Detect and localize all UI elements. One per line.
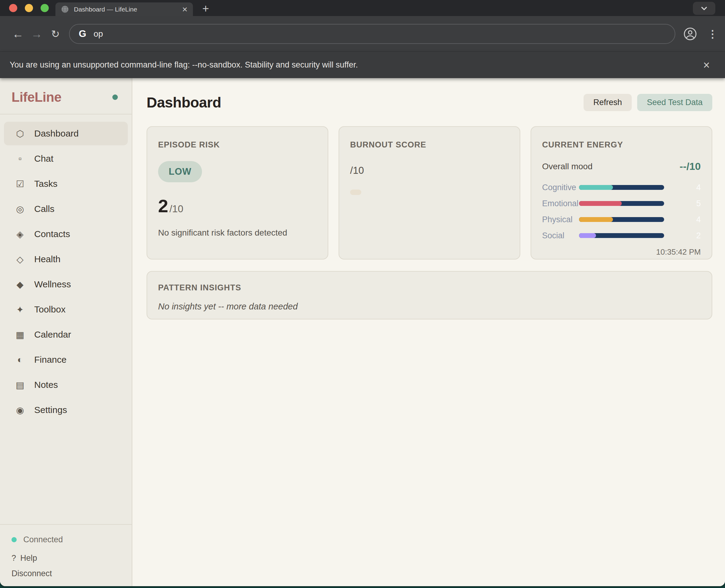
globe-icon — [61, 5, 69, 13]
status-dot-icon — [112, 94, 118, 100]
seed-test-data-button[interactable]: Seed Test Data — [637, 94, 712, 111]
burnout-score-card: BURNOUT SCORE /10 — [338, 126, 520, 259]
main-panel: Dashboard Refresh Seed Test Data EPISODE… — [132, 78, 725, 586]
diamond-dot-icon: ◈ — [13, 229, 27, 239]
energy-metric-physical: Physical 4 — [542, 215, 701, 224]
app-content: LifeLine ⬡ Dashboard ▫ Chat ☑ Tasks ◎ — [0, 78, 725, 586]
episode-risk-title: EPISODE RISK — [158, 140, 317, 150]
checkbox-icon: ☑ — [13, 178, 27, 189]
browser-toolbar: ← → ↻ G op ⋮ — [0, 16, 725, 51]
risk-score-value: 2 — [158, 195, 168, 216]
app-logo: LifeLine — [12, 90, 61, 105]
back-button[interactable]: ← — [8, 28, 27, 40]
cognitive-bar-track — [579, 185, 664, 190]
banner-close-icon[interactable]: × — [703, 59, 710, 71]
energy-metric-cognitive: Cognitive 4 — [542, 183, 701, 192]
profile-icon[interactable] — [683, 27, 697, 41]
risk-note: No significant risk factors detected — [158, 228, 317, 238]
window-zoom-button[interactable] — [41, 4, 49, 12]
burnout-denominator: /10 — [350, 165, 509, 176]
browser-window: Dashboard — LifeLine × + ← → ↻ G op ⋮ Y — [0, 0, 725, 586]
energy-metric-emotional: Emotional 5 — [542, 199, 701, 208]
page-header: Dashboard Refresh Seed Test Data — [147, 94, 712, 111]
burnout-empty-bar — [350, 190, 361, 195]
address-bar-text: op — [94, 29, 103, 39]
connection-status-label: Connected — [23, 535, 63, 544]
diamond-outline-icon: ◇ — [13, 254, 27, 265]
risk-score: 2 /10 — [158, 195, 317, 216]
tab-search-button[interactable] — [693, 2, 715, 15]
window-close-button[interactable] — [9, 4, 17, 12]
traffic-lights — [9, 4, 49, 12]
sidebar-item-health[interactable]: ◇ Health — [4, 247, 128, 271]
sidebar-item-calendar[interactable]: ▦ Calendar — [4, 323, 128, 346]
sidebar-nav: ⬡ Dashboard ▫ Chat ☑ Tasks ◎ Calls ◈ C — [0, 114, 132, 423]
square-icon: ▫ — [13, 153, 27, 164]
tab-close-icon[interactable]: × — [182, 5, 187, 14]
energy-metric-social: Social 2 — [542, 231, 701, 240]
question-mark-icon: ? — [12, 553, 16, 563]
reload-button[interactable]: ↻ — [46, 29, 65, 39]
risk-score-denominator: /10 — [169, 203, 183, 215]
sidebar-item-contacts[interactable]: ◈ Contacts — [4, 222, 128, 246]
diamond-filled-icon: ◆ — [13, 279, 27, 290]
risk-level-badge: LOW — [158, 161, 202, 182]
sidebar-header: LifeLine — [0, 78, 132, 114]
current-energy-title: CURRENT ENERGY — [542, 140, 701, 150]
energy-timestamp: 10:35:42 PM — [542, 247, 701, 257]
tab-strip: Dashboard — LifeLine × + — [0, 0, 725, 16]
disconnect-link[interactable]: Disconnect — [12, 569, 120, 578]
sidebar-footer: Connected ?Help Disconnect — [0, 524, 132, 586]
pattern-insights-empty-message: No insights yet -- more data needed — [158, 301, 701, 312]
lines-icon: ▤ — [13, 380, 27, 390]
page-title: Dashboard — [147, 94, 221, 111]
chevron-down-icon — [700, 4, 709, 13]
sidebar-item-toolbox[interactable]: ✦ Toolbox — [4, 298, 128, 321]
connected-dot-icon — [12, 537, 17, 542]
episode-risk-card: EPISODE RISK LOW 2 /10 No significant ri… — [147, 126, 328, 259]
search-engine-icon: G — [79, 28, 86, 39]
overall-mood-label: Overall mood — [542, 162, 593, 171]
header-buttons: Refresh Seed Test Data — [584, 94, 712, 111]
browser-tab[interactable]: Dashboard — LifeLine × — [56, 2, 193, 16]
forward-button[interactable]: → — [27, 28, 46, 40]
sidebar-item-calls[interactable]: ◎ Calls — [4, 197, 128, 221]
pattern-insights-card: PATTERN INSIGHTS No insights yet -- more… — [147, 271, 712, 319]
warning-banner: You are using an unsupported command-lin… — [0, 51, 725, 78]
pattern-insights-title: PATTERN INSIGHTS — [158, 283, 701, 293]
bullseye-icon: ◎ — [13, 204, 27, 214]
hexagon-icon: ⬡ — [13, 128, 27, 139]
sidebar-item-settings[interactable]: ◉ Settings — [4, 398, 128, 422]
physical-bar-fill — [579, 217, 613, 222]
warning-banner-text: You are using an unsupported command-lin… — [10, 60, 703, 70]
sidebar-item-notes[interactable]: ▤ Notes — [4, 373, 128, 397]
emotional-bar-track — [579, 201, 664, 206]
stats-cards-row: EPISODE RISK LOW 2 /10 No significant ri… — [147, 126, 712, 259]
current-energy-card: CURRENT ENERGY Overall mood --/10 Cognit… — [531, 126, 712, 259]
new-tab-button[interactable]: + — [199, 2, 213, 15]
physical-bar-track — [579, 217, 664, 222]
social-bar-fill — [579, 233, 596, 238]
tab-title: Dashboard — LifeLine — [74, 6, 179, 13]
burnout-score-title: BURNOUT SCORE — [350, 140, 509, 150]
overall-mood-value: --/10 — [680, 161, 701, 172]
social-bar-track — [579, 233, 664, 238]
overall-mood-row: Overall mood --/10 — [542, 161, 701, 172]
help-link[interactable]: ?Help — [12, 553, 120, 563]
connection-status: Connected — [12, 535, 120, 544]
sidebar-item-dashboard[interactable]: ⬡ Dashboard — [4, 122, 128, 145]
sidebar-item-wellness[interactable]: ◆ Wellness — [4, 273, 128, 296]
sidebar: LifeLine ⬡ Dashboard ▫ Chat ☑ Tasks ◎ — [0, 78, 132, 586]
address-bar[interactable]: G op — [69, 24, 675, 44]
window-minimize-button[interactable] — [25, 4, 33, 12]
browser-menu-icon[interactable]: ⋮ — [707, 28, 717, 40]
refresh-button[interactable]: Refresh — [584, 94, 632, 111]
sparkle-icon: ✦ — [13, 304, 27, 315]
cognitive-bar-fill — [579, 185, 613, 190]
energy-metrics: Cognitive 4 Emotional 5 Physical — [542, 183, 701, 240]
sidebar-item-finance[interactable]: ◐ Finance — [4, 348, 128, 372]
grid-icon: ▦ — [13, 330, 27, 340]
sidebar-item-chat[interactable]: ▫ Chat — [4, 147, 128, 170]
emotional-bar-fill — [579, 201, 622, 206]
sidebar-item-tasks[interactable]: ☑ Tasks — [4, 172, 128, 195]
